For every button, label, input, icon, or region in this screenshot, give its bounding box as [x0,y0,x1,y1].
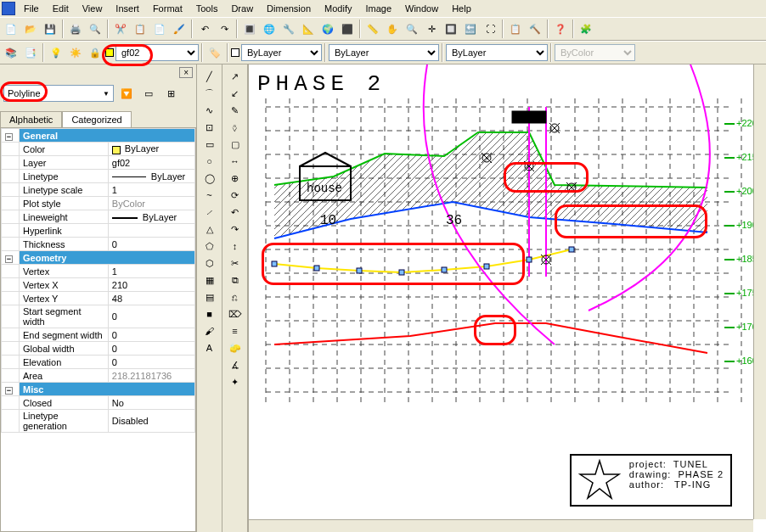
menu-view[interactable]: View [77,2,108,15]
prop-row[interactable]: Vertex1 [2,265,195,278]
copy-icon[interactable]: 📋 [131,20,149,38]
ray-icon[interactable]: ⟋ [200,204,220,221]
section-geometry[interactable]: −Geometry [2,251,195,265]
polygon5-icon[interactable]: ⬠ [200,238,220,255]
prop-row[interactable]: Hyperlink [2,224,195,238]
dist-icon[interactable]: 📏 [363,20,382,38]
prop-row[interactable]: Global width0 [2,342,195,356]
menu-draw[interactable]: Draw [226,2,258,15]
entity-type-combo[interactable]: Polyline ▼ [3,85,114,102]
select-icon[interactable]: ▭ [139,84,158,103]
undo-icon[interactable]: ↶ [195,20,214,38]
prop-row[interactable]: End segment width0 [2,328,195,342]
edit-icon[interactable]: ✎ [225,102,245,119]
tab-categorized[interactable]: Categorized [62,111,131,127]
filter-icon[interactable]: 🔽 [117,84,136,103]
properties-grid[interactable]: −GeneralColor ByLayerLayergf02LinetypeBy… [0,127,196,532]
panel-close-icon[interactable]: × [179,67,193,78]
box-icon[interactable]: ▭ [200,136,220,153]
prop-row[interactable]: LineweightByLayer [2,210,195,224]
redo-icon[interactable]: ↷ [225,221,245,238]
rotate-icon[interactable]: ⟳ [225,187,245,204]
menu-insert[interactable]: Insert [110,2,144,15]
clean-icon[interactable]: 🧽 [225,339,245,356]
hatch-icon[interactable]: ▦ [200,272,220,288]
new-icon[interactable]: 📄 [2,20,20,38]
tool1-icon[interactable]: 🔧 [279,20,298,38]
zoom-window-icon[interactable]: 🔲 [442,20,460,38]
layer-lock-icon[interactable]: 🔒 [86,43,104,62]
menu-dimension[interactable]: Dimension [262,2,316,15]
arc-icon[interactable]: ⌒ [200,85,220,102]
menu-modify[interactable]: Modify [319,2,357,15]
mirror-icon[interactable]: ↔ [225,153,245,170]
design-center-icon[interactable]: 🔳 [240,20,259,38]
polygon3-icon[interactable]: △ [200,221,220,238]
vertical-scrollbar[interactable] [753,64,766,519]
paste-icon[interactable]: 📄 [150,20,169,38]
menu-format[interactable]: Format [148,2,188,15]
offset-icon[interactable]: ▢ [225,136,245,153]
extend-icon[interactable]: ⧉ [225,272,245,288]
props-icon[interactable]: 📋 [506,20,525,38]
prop-row[interactable]: Linetype generationDisabled [2,410,195,433]
angle-icon[interactable]: ∡ [225,356,245,373]
linetype-combo[interactable]: ByLayer [329,44,439,61]
tool3-icon[interactable]: 🌍 [318,20,337,38]
horizontal-scrollbar[interactable] [249,519,753,532]
prop-row[interactable]: Vertex Y48 [2,292,195,305]
zoom-extents-icon[interactable]: ⛶ [481,20,499,38]
layer-bulb-icon[interactable]: 💡 [47,43,65,62]
extra-icon[interactable]: 🧩 [577,20,595,38]
rect-icon[interactable]: ⊡ [200,119,220,136]
tab-alphabetic[interactable]: Alphabetic [0,111,62,127]
text-icon[interactable]: A [200,339,220,356]
drawing-canvas[interactable]: +220.0+215.0+200.0+190.0+185.0+175.0+170… [248,64,766,532]
open-icon[interactable]: 📂 [21,20,40,38]
array-icon[interactable]: ⊕ [225,170,245,187]
tools-icon[interactable]: 🔨 [526,20,544,38]
erase-icon[interactable]: ⌦ [225,305,245,322]
pan-icon[interactable]: ✋ [383,20,402,38]
save-icon[interactable]: 💾 [41,20,59,38]
print-icon[interactable]: 🖨️ [66,20,85,38]
ellipse-icon[interactable]: ◯ [200,170,220,187]
prop-row[interactable]: Vertex X210 [2,278,195,292]
line-icon[interactable]: ╱ [200,68,220,85]
align-icon[interactable]: ≡ [225,322,245,339]
paint-icon[interactable]: 🖌 [200,322,220,339]
cut-icon[interactable]: ✂️ [111,20,130,38]
prop-row[interactable]: ClosedNo [2,396,195,410]
menu-window[interactable]: Window [400,2,443,15]
prop-row[interactable]: Area218.21181736 [2,369,195,383]
prop-row[interactable]: Layergf02 [2,156,195,170]
section-misc[interactable]: −Misc [2,383,195,396]
break-icon[interactable]: ⎌ [225,288,245,305]
redo-icon[interactable]: ↷ [215,20,234,38]
help-icon[interactable]: ❓ [551,20,570,38]
prop-row[interactable]: Thickness0 [2,238,195,251]
prop-row[interactable]: Color ByLayer [2,143,195,156]
layer-manager-icon[interactable]: 📚 [2,43,20,62]
move-icon[interactable]: ↗ [225,68,245,85]
prop-row[interactable]: Start segment width0 [2,305,195,328]
menu-help[interactable]: Help [447,2,476,15]
prop-row[interactable]: Plot styleByColor [2,197,195,210]
zoom-realtime-icon[interactable]: 🔍 [403,20,421,38]
layer-states-icon[interactable]: 📑 [21,43,40,62]
zoom-prev-icon[interactable]: 🔙 [461,20,480,38]
menu-file[interactable]: File [19,2,44,15]
solid-icon[interactable]: ■ [200,305,220,322]
lineweight-combo[interactable]: ByLayer [446,44,548,61]
tool4-icon[interactable]: ⬛ [338,20,357,38]
trim-icon[interactable]: ✂ [225,255,245,272]
explode-icon[interactable]: ✦ [225,373,245,390]
revcloud-icon[interactable]: ~ [200,187,220,204]
copy-icon[interactable]: ↙ [225,85,245,102]
prop-row[interactable]: Linetype scale1 [2,183,195,197]
insert-icon[interactable]: ⎀ [225,119,245,136]
menu-edit[interactable]: Edit [48,2,74,15]
quickselect-icon[interactable]: ⊞ [161,84,180,103]
polygon6-icon[interactable]: ⬡ [200,255,220,272]
ucs-icon[interactable]: ✛ [422,20,441,38]
